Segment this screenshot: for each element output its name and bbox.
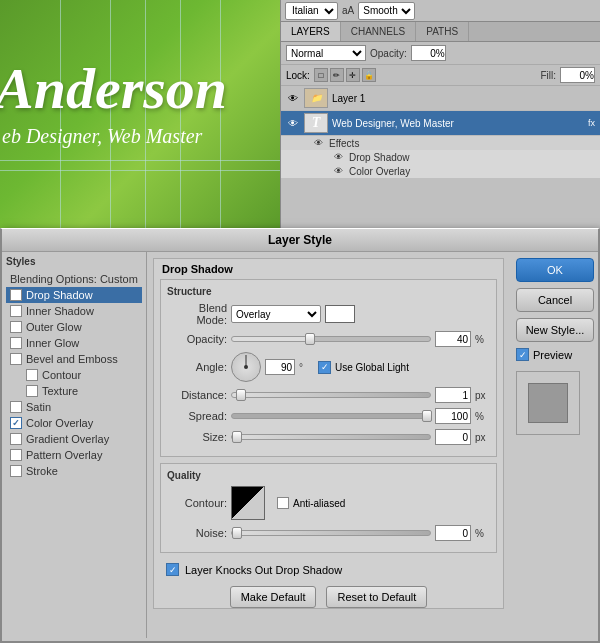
- font-select[interactable]: Italian: [285, 2, 338, 20]
- contour-check[interactable]: [26, 369, 38, 381]
- noise-slider-track[interactable]: [231, 530, 431, 536]
- effect-drop-shadow[interactable]: 👁 Drop Shadow: [281, 150, 600, 164]
- style-texture[interactable]: Texture: [6, 383, 142, 399]
- size-slider-thumb[interactable]: [232, 431, 242, 443]
- opacity-form-label: Opacity:: [167, 333, 227, 345]
- spread-input[interactable]: [435, 408, 471, 424]
- layer-row-text[interactable]: 👁 T Web Designer, Web Master fx: [281, 111, 600, 136]
- structure-title: Structure: [167, 286, 490, 297]
- eye-icon-color-overlay[interactable]: 👁: [331, 165, 345, 177]
- tab-layers[interactable]: LAYERS: [281, 22, 341, 41]
- distance-input[interactable]: [435, 387, 471, 403]
- inner-glow-label: Inner Glow: [26, 337, 79, 349]
- style-inner-glow[interactable]: Inner Glow: [6, 335, 142, 351]
- style-drop-shadow[interactable]: Drop Shadow: [6, 287, 142, 303]
- eye-icon-text[interactable]: 👁: [286, 116, 300, 130]
- global-light-label: Use Global Light: [335, 362, 409, 373]
- satin-check[interactable]: [10, 401, 22, 413]
- layer-knocks-check[interactable]: ✓: [166, 563, 179, 576]
- distance-slider-track[interactable]: [231, 392, 431, 398]
- bottom-buttons: Make Default Reset to Default: [154, 586, 503, 608]
- opacity-slider-track[interactable]: [231, 336, 431, 342]
- inner-shadow-label: Inner Shadow: [26, 305, 94, 317]
- opacity-unit: %: [475, 334, 490, 345]
- color-overlay-check[interactable]: [10, 417, 22, 429]
- style-gradient-overlay[interactable]: Gradient Overlay: [6, 431, 142, 447]
- layer-name-text: Web Designer, Web Master: [332, 118, 585, 129]
- distance-slider-thumb[interactable]: [236, 389, 246, 401]
- effect-color-overlay[interactable]: 👁 Color Overlay: [281, 164, 600, 178]
- style-contour[interactable]: Contour: [6, 367, 142, 383]
- anti-aliased-check[interactable]: [277, 497, 289, 509]
- angle-dial[interactable]: [231, 352, 261, 382]
- smooth-select[interactable]: Smooth: [358, 2, 415, 20]
- angle-input[interactable]: [265, 359, 295, 375]
- opacity-label: Opacity:: [370, 48, 407, 59]
- size-input[interactable]: [435, 429, 471, 445]
- layer-thumb-text: T: [304, 113, 328, 133]
- size-label: Size:: [167, 431, 227, 443]
- styles-label: Styles: [6, 256, 142, 267]
- stroke-check[interactable]: [10, 465, 22, 477]
- eye-icon-layer1[interactable]: 👁: [286, 91, 300, 105]
- contour-form-label: Contour:: [167, 497, 227, 509]
- reset-default-btn[interactable]: Reset to Default: [326, 586, 427, 608]
- style-blending-options[interactable]: Blending Options: Custom: [6, 271, 142, 287]
- inner-glow-check[interactable]: [10, 337, 22, 349]
- pattern-overlay-check[interactable]: [10, 449, 22, 461]
- style-inner-shadow[interactable]: Inner Shadow: [6, 303, 142, 319]
- new-style-button[interactable]: New Style...: [516, 318, 594, 342]
- gradient-overlay-check[interactable]: [10, 433, 22, 445]
- style-satin[interactable]: Satin: [6, 399, 142, 415]
- noise-input[interactable]: [435, 525, 471, 541]
- noise-slider-thumb[interactable]: [232, 527, 242, 539]
- drop-shadow-check[interactable]: [10, 289, 22, 301]
- lock-all-btn[interactable]: 🔒: [362, 68, 376, 82]
- ok-button[interactable]: OK: [516, 258, 594, 282]
- spread-unit: %: [475, 411, 490, 422]
- style-outer-glow[interactable]: Outer Glow: [6, 319, 142, 335]
- spread-slider-thumb[interactable]: [422, 410, 432, 422]
- bevel-emboss-check[interactable]: [10, 353, 22, 365]
- style-color-overlay[interactable]: Color Overlay: [6, 415, 142, 431]
- lock-transparent-btn[interactable]: □: [314, 68, 328, 82]
- opacity-row: Opacity: %: [167, 331, 490, 347]
- eye-icon-effects[interactable]: 👁: [311, 137, 325, 149]
- tab-paths[interactable]: PATHS: [416, 22, 469, 41]
- texture-check[interactable]: [26, 385, 38, 397]
- outer-glow-check[interactable]: [10, 321, 22, 333]
- drop-shadow-style-label: Drop Shadow: [26, 289, 93, 301]
- blend-mode-dropdown[interactable]: Overlay: [231, 305, 321, 323]
- layer-thumb-layer1: 📁: [304, 88, 328, 108]
- style-bevel-emboss[interactable]: Bevel and Emboss: [6, 351, 142, 367]
- inner-shadow-check[interactable]: [10, 305, 22, 317]
- blend-mode-select[interactable]: Normal: [286, 45, 366, 61]
- opacity-input[interactable]: [411, 45, 446, 61]
- layer-row-layer1[interactable]: 👁 📁 Layer 1: [281, 86, 600, 111]
- opacity-value-input[interactable]: [435, 331, 471, 347]
- layer-knocks-row: ✓ Layer Knocks Out Drop Shadow: [154, 559, 503, 580]
- fill-input[interactable]: [560, 67, 595, 83]
- lock-position-btn[interactable]: ✛: [346, 68, 360, 82]
- cancel-button[interactable]: Cancel: [516, 288, 594, 312]
- global-light-check[interactable]: ✓: [318, 361, 331, 374]
- layer-style-dialog: Layer Style Styles Blending Options: Cus…: [0, 228, 600, 643]
- gradient-overlay-label: Gradient Overlay: [26, 433, 109, 445]
- make-default-btn[interactable]: Make Default: [230, 586, 317, 608]
- style-pattern-overlay[interactable]: Pattern Overlay: [6, 447, 142, 463]
- spread-slider-track[interactable]: [231, 413, 431, 419]
- contour-preview[interactable]: [231, 486, 265, 520]
- opacity-slider-thumb[interactable]: [305, 333, 315, 345]
- eye-icon-drop-shadow[interactable]: 👁: [331, 151, 345, 163]
- layer-knocks-label: Layer Knocks Out Drop Shadow: [185, 564, 342, 576]
- preview-check[interactable]: ✓: [516, 348, 529, 361]
- size-slider-track[interactable]: [231, 434, 431, 440]
- right-panel: OK Cancel New Style... ✓ Preview: [510, 252, 598, 638]
- lock-pixels-btn[interactable]: ✏: [330, 68, 344, 82]
- global-light-row: ✓ Use Global Light: [318, 361, 409, 374]
- tab-channels[interactable]: CHANNELS: [341, 22, 416, 41]
- color-overlay-style-label: Color Overlay: [26, 417, 93, 429]
- blend-mode-color[interactable]: [325, 305, 355, 323]
- styles-panel: Styles Blending Options: Custom Drop Sha…: [2, 252, 147, 638]
- style-stroke[interactable]: Stroke: [6, 463, 142, 479]
